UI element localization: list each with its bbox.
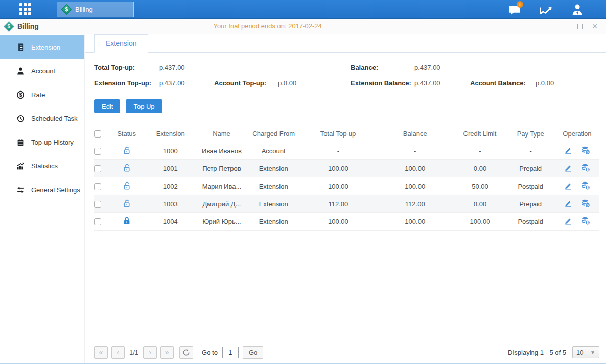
tab-strip: Extension <box>85 34 606 53</box>
sidebar-item-scheduled-task[interactable]: Scheduled Task <box>0 107 84 130</box>
window-titlebar: $ Billing Your trial period ends on: 201… <box>0 19 606 34</box>
next-page-button[interactable]: › <box>143 346 157 359</box>
cell-total-topup: - <box>300 142 377 160</box>
unlocked-lock-icon <box>122 202 131 209</box>
goto-page-input[interactable] <box>222 347 239 358</box>
cell-credit-limit: - <box>453 142 506 160</box>
topup-row-icon[interactable]: $ <box>581 146 590 155</box>
row-checkbox[interactable] <box>94 201 101 208</box>
scheduled-task-icon <box>16 114 25 123</box>
general-settings-icon <box>16 186 25 195</box>
sidebar-item-label: Top-up History <box>31 139 74 146</box>
sidebar-item-label: Rate <box>31 91 45 99</box>
cell-charged-from: Extension <box>248 160 300 177</box>
cell-pay-type: Prepaid <box>506 195 555 213</box>
topup-row-icon[interactable]: $ <box>581 199 590 208</box>
page-size-select[interactable]: 10 ▼ <box>572 346 599 358</box>
topup-history-icon <box>16 138 25 147</box>
tab-extension[interactable]: Extension <box>94 34 148 53</box>
cell-extension: 1004 <box>145 213 196 231</box>
cell-extension: 1003 <box>145 195 196 213</box>
cell-credit-limit: 50.00 <box>453 177 506 195</box>
table-header-row: Status Extension Name Charged From Total… <box>94 125 599 142</box>
last-page-button[interactable]: » <box>160 346 174 359</box>
apps-grid-icon[interactable] <box>19 3 31 15</box>
topbar-billing-tab[interactable]: $ Billing <box>57 2 134 17</box>
page-indicator: 1/1 <box>129 349 138 356</box>
topup-row-icon[interactable]: $ <box>581 163 590 172</box>
edit-row-icon[interactable] <box>564 146 572 155</box>
cell-credit-limit: 0.00 <box>453 160 506 177</box>
sidebar-item-account[interactable]: Account <box>0 59 84 83</box>
edit-button[interactable]: Edit <box>94 99 120 113</box>
account-balance-value: p.0.00 <box>536 79 599 87</box>
account-balance-label: Account Balance: <box>470 79 536 87</box>
cell-name: Мария Ива... <box>196 177 247 195</box>
topup-row-icon[interactable]: $ <box>581 181 590 190</box>
select-all-checkbox[interactable] <box>94 130 101 138</box>
cell-charged-from: Extension <box>248 195 300 213</box>
cell-balance: 112.00 <box>377 195 453 213</box>
sidebar-item-label: Scheduled Task <box>31 115 78 122</box>
notification-badge: ! <box>517 1 523 8</box>
statistics-chart-icon[interactable] <box>538 3 553 16</box>
cell-name: Петр Петров <box>196 160 247 177</box>
cell-total-topup: 100.00 <box>300 177 377 195</box>
sidebar: ExtensionAccount$RateScheduled TaskTop-u… <box>0 34 85 363</box>
action-buttons: Edit Top Up <box>94 99 606 113</box>
maximize-icon[interactable] <box>576 22 584 30</box>
cell-charged-from: Account <box>248 142 300 160</box>
window-controls: — × <box>561 19 599 34</box>
cell-charged-from: Extension <box>248 213 300 231</box>
row-checkbox[interactable] <box>94 183 101 190</box>
billing-dollar-icon: $ <box>61 4 72 15</box>
cell-extension: 1001 <box>145 160 196 177</box>
trial-notice: Your trial period ends on: 2017-02-24 <box>214 19 322 34</box>
table-row-extension-1004: 1004Юрий Юрь...Extension100.00100.00100.… <box>94 213 599 231</box>
first-page-button[interactable]: « <box>94 346 108 359</box>
prev-page-button[interactable]: ‹ <box>111 346 125 359</box>
cell-name: Иван Иванов <box>196 142 247 160</box>
edit-row-icon[interactable] <box>564 181 572 190</box>
col-credit-limit: Credit Limit <box>453 125 506 142</box>
svg-text:$: $ <box>19 92 22 98</box>
locked-lock-icon <box>122 219 131 227</box>
displaying-text: Displaying 1 - 5 of 5 <box>508 349 566 356</box>
topbar-icons: ! <box>507 0 585 19</box>
messages-icon[interactable]: ! <box>507 3 522 16</box>
cell-total-topup: 100.00 <box>300 213 377 231</box>
unlocked-lock-icon <box>122 184 131 192</box>
main-content: Extension Total Top-up: p.437.00 Balance… <box>85 34 606 363</box>
cell-extension: 1000 <box>145 142 196 160</box>
edit-row-icon[interactable] <box>564 199 572 208</box>
minimize-icon[interactable]: — <box>561 22 569 30</box>
sidebar-item-top-up-history[interactable]: Top-up History <box>0 130 84 154</box>
user-account-icon[interactable] <box>570 3 585 16</box>
cell-credit-limit: 0.00 <box>453 195 506 213</box>
chevron-down-icon: ▼ <box>590 350 595 355</box>
svg-text:$: $ <box>587 220 589 225</box>
top-up-button[interactable]: Top Up <box>126 99 162 113</box>
extension-topup-value: p.437.00 <box>159 79 214 87</box>
topup-row-icon[interactable]: $ <box>581 216 590 225</box>
sidebar-item-statistics[interactable]: Statistics <box>0 154 84 178</box>
row-checkbox[interactable] <box>94 148 101 155</box>
balance-label: Balance: <box>351 64 414 71</box>
system-topbar: $ Billing ! <box>0 0 606 19</box>
sidebar-item-extension[interactable]: Extension <box>0 35 84 59</box>
row-checkbox[interactable] <box>94 218 101 225</box>
go-button[interactable]: Go <box>243 346 263 359</box>
sidebar-item-general-settings[interactable]: General Settings <box>0 178 84 202</box>
edit-row-icon[interactable] <box>564 164 572 172</box>
table-row-extension-1000: 1000Иван ИвановAccount----$ <box>94 142 599 160</box>
svg-text:$: $ <box>587 203 589 207</box>
sidebar-item-rate[interactable]: $Rate <box>0 83 84 107</box>
cell-balance: 100.00 <box>377 213 453 231</box>
svg-text:$: $ <box>587 150 589 154</box>
close-icon[interactable]: × <box>591 22 599 30</box>
col-extension: Extension <box>145 125 196 142</box>
refresh-icon[interactable] <box>179 346 193 359</box>
account-icon <box>16 67 25 76</box>
row-checkbox[interactable] <box>94 165 101 172</box>
edit-row-icon[interactable] <box>564 217 572 225</box>
